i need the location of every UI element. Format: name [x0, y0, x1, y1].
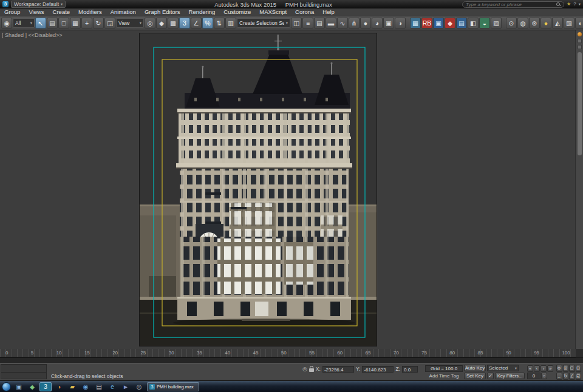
workspace-dropdown[interactable]: Workspace: Default ▾ — [11, 1, 66, 8]
communication-center-icon[interactable]: ▾ — [579, 2, 581, 7]
schematic-view-icon[interactable]: ⋔ — [349, 18, 360, 29]
command-panel-create-icon[interactable] — [578, 32, 582, 36]
menu-item[interactable]: MAXScript — [255, 8, 291, 16]
taskbar-app-icon-10[interactable]: ◎ — [133, 382, 145, 391]
zoom-all-icon[interactable]: ⊞ — [563, 365, 569, 372]
tool-icon-3[interactable]: ⊛ — [529, 18, 540, 29]
tool-icon-6[interactable]: ▧ — [564, 18, 574, 29]
go-to-start-icon[interactable]: « — [527, 365, 533, 372]
snap-toggle-icon[interactable]: 3 — [179, 18, 190, 29]
plugin-icon-3[interactable]: ▣ — [433, 18, 444, 29]
start-button[interactable] — [2, 382, 11, 391]
viewport-label[interactable]: [ Shaded ] <<Disabled>> — [2, 32, 63, 38]
use-pivot-center-icon[interactable]: ◎ — [145, 18, 155, 29]
set-key-button[interactable]: Set Key — [464, 373, 486, 379]
plugin-icon-5[interactable]: ▤ — [456, 18, 467, 29]
plugin-icon-4[interactable]: ◆ — [445, 18, 455, 29]
previous-frame-icon[interactable]: ‹ — [534, 365, 540, 372]
command-panel-scrollbar[interactable] — [578, 52, 582, 155]
go-to-end-icon[interactable]: » — [547, 365, 553, 372]
ribbon-toggle-icon[interactable]: ▬ — [326, 18, 336, 29]
selection-region-icon[interactable]: □ — [58, 18, 69, 29]
add-time-tag[interactable]: Add Time Tag — [425, 373, 463, 379]
maximize-viewport-icon[interactable]: ◱ — [576, 373, 582, 380]
select-and-scale-icon[interactable]: ◲ — [104, 18, 115, 29]
set-keys-icon[interactable]: ✓ — [487, 373, 494, 379]
selection-lock-icon[interactable] — [309, 368, 314, 372]
taskbar-app-icon-7[interactable]: ▤ — [93, 382, 105, 391]
selection-set-dropdown[interactable]: Selected ▾ — [487, 365, 519, 371]
menu-item[interactable]: Group — [0, 8, 24, 16]
menu-item[interactable]: Graph Editors — [140, 8, 185, 16]
rendered-frame-icon[interactable]: ▣ — [383, 18, 394, 29]
align-icon[interactable]: ≡ — [302, 18, 313, 29]
select-and-rotate-icon[interactable]: ↻ — [93, 18, 104, 29]
auto-key-button[interactable]: Auto Key — [464, 365, 486, 371]
next-frame-icon[interactable]: › — [540, 365, 547, 372]
pan-icon[interactable]: ↔ — [556, 373, 562, 380]
reference-coordinate-dropdown[interactable]: View ▾ — [116, 18, 144, 28]
zoom-region-icon[interactable]: ⊟ — [576, 365, 582, 372]
help-icon[interactable]: ? — [573, 1, 576, 8]
taskbar-window-button[interactable]: 3 PMH building.max — [147, 382, 199, 391]
camera-view[interactable] — [140, 33, 377, 346]
menu-item[interactable]: Animation — [106, 8, 140, 16]
light-icon[interactable]: ● — [540, 18, 551, 29]
field-of-view-icon[interactable]: ∠ — [569, 373, 575, 380]
material-editor-icon[interactable]: ● — [360, 18, 371, 29]
plugin-icon-6[interactable]: ◧ — [468, 18, 479, 29]
plugin-icon-7[interactable]: ◒ — [479, 18, 490, 29]
render-production-icon[interactable]: ◑ — [395, 18, 406, 29]
keyboard-override-icon[interactable]: ▩ — [168, 18, 179, 29]
taskbar-3dsmax-icon[interactable]: 3 — [39, 382, 52, 391]
app-logo-icon[interactable]: 3 — [2, 1, 9, 7]
viewport-area[interactable]: [ Shaded ] <<Disabled>> — [0, 30, 583, 349]
select-object-icon[interactable]: ↖ — [35, 18, 46, 29]
x-coordinate-field[interactable]: -23256.4 — [322, 366, 354, 373]
menu-item[interactable]: Modifiers — [74, 8, 106, 16]
spinner-snap-icon[interactable]: ⇅ — [214, 18, 225, 29]
command-panel-utilities-icon[interactable] — [578, 45, 582, 49]
plugin-icon-8[interactable]: ▨ — [491, 18, 502, 29]
plugin-icon-1[interactable]: ▦ — [410, 18, 421, 29]
curve-editor-icon[interactable]: ∿ — [337, 18, 348, 29]
taskbar-app-icon-4[interactable]: ◑ — [53, 382, 65, 391]
track-bar[interactable]: 0510152025303540455055606570758085909510… — [0, 349, 583, 363]
plugin-icon-2[interactable]: RB — [421, 18, 432, 29]
zoom-extents-icon[interactable]: ⊡ — [569, 365, 575, 372]
key-filters-button[interactable]: Key Filters... — [495, 373, 525, 379]
search-icon[interactable] — [556, 2, 561, 7]
menu-item[interactable]: Corona — [291, 8, 318, 16]
command-panel-collapsed[interactable] — [575, 30, 583, 349]
select-and-link-icon[interactable]: ◉ — [1, 18, 12, 29]
command-panel-modify-icon[interactable] — [578, 39, 582, 43]
tool-icon-7[interactable]: ◐ — [575, 18, 583, 29]
time-slider-track[interactable] — [0, 357, 583, 363]
mirror-icon[interactable]: ◫ — [291, 18, 302, 29]
menu-item[interactable]: Views — [24, 8, 48, 16]
menu-item[interactable]: Create — [49, 8, 75, 16]
menu-item[interactable]: Rendering — [185, 8, 220, 16]
layer-manager-icon[interactable]: ▤ — [314, 18, 325, 29]
y-coordinate-field[interactable]: -6140.823 — [362, 366, 394, 373]
percent-snap-icon[interactable]: % — [202, 18, 213, 29]
zoom-icon[interactable]: ⊕ — [556, 365, 562, 372]
menu-item[interactable]: Customize — [219, 8, 255, 16]
maxscript-mini-listener[interactable] — [1, 364, 47, 379]
z-coordinate-field[interactable]: 0.0 — [402, 366, 418, 373]
timeline-ruler[interactable]: 0510152025303540455055606570758085909510… — [0, 349, 576, 357]
angle-snap-icon[interactable]: ∠ — [191, 18, 202, 29]
taskbar-app-icon-6[interactable]: ◉ — [80, 382, 92, 391]
isolate-selection-icon[interactable]: ◎ — [302, 365, 307, 373]
render-setup-icon[interactable]: ◕ — [372, 18, 383, 29]
select-and-move-icon[interactable]: + — [81, 18, 92, 29]
taskbar-app-icon-2[interactable]: ◆ — [26, 382, 38, 391]
search-input[interactable] — [466, 2, 554, 7]
current-frame-field[interactable]: 0 — [527, 373, 540, 379]
named-selection-set-combo[interactable]: Create Selection Set ▾ — [237, 18, 290, 28]
menu-item[interactable]: Help — [318, 8, 339, 16]
taskbar-app-icon-8[interactable]: e — [106, 382, 118, 391]
window-crossing-icon[interactable]: ▦ — [70, 18, 81, 29]
taskbar-app-icon-9[interactable]: ► — [120, 382, 132, 391]
tool-icon-1[interactable]: ⊙ — [506, 18, 517, 29]
